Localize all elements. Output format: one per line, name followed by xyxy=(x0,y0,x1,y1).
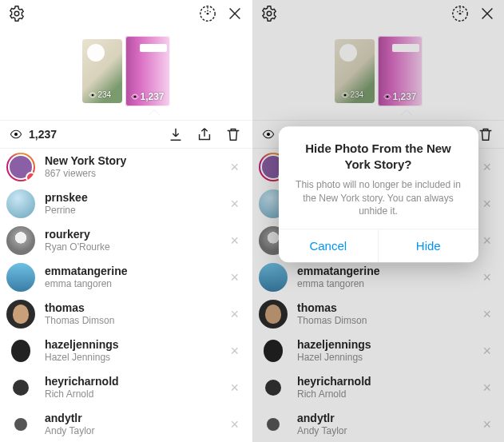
dialog-message: This photo will no longer be included in… xyxy=(292,179,466,218)
username: andytlr xyxy=(45,412,225,425)
avatar xyxy=(259,373,288,402)
share-icon[interactable] xyxy=(196,125,213,143)
avatar xyxy=(6,263,35,292)
remove-viewer-button[interactable]: × xyxy=(225,340,244,363)
avatar xyxy=(6,300,35,329)
svg-point-4 xyxy=(14,133,18,136)
hide-button[interactable]: Hide xyxy=(378,229,478,262)
svg-point-5 xyxy=(267,11,272,16)
list-item[interactable]: heyricharnoldRich Arnold × xyxy=(0,369,252,406)
remove-viewer-button[interactable]: × xyxy=(478,413,496,436)
view-count: 1,237 xyxy=(10,128,57,141)
list-item[interactable]: hazeljenningsHazel Jennings × xyxy=(252,332,504,369)
list-item[interactable]: emmatangerineemma tangoren × xyxy=(0,259,252,296)
remove-viewer-button[interactable]: × xyxy=(225,156,244,179)
subtitle: Thomas Dimson xyxy=(45,315,225,326)
settings-icon[interactable] xyxy=(260,5,278,22)
list-item[interactable]: heyricharnoldRich Arnold × xyxy=(252,369,504,406)
remove-viewer-button[interactable]: × xyxy=(225,266,244,289)
close-icon[interactable] xyxy=(478,5,496,22)
avatar xyxy=(259,410,288,439)
list-item-location[interactable]: New York Story867 viewers × xyxy=(0,149,252,185)
remove-viewer-button[interactable]: × xyxy=(225,303,244,326)
settings-icon[interactable] xyxy=(8,5,26,22)
subtitle: emma tangoren xyxy=(45,278,225,289)
username: hazeljennings xyxy=(297,338,478,352)
svg-point-9 xyxy=(267,133,270,136)
remove-viewer-button[interactable]: × xyxy=(225,413,244,436)
username: emmatangerine xyxy=(297,265,478,278)
remove-viewer-button[interactable]: × xyxy=(225,229,244,253)
download-icon[interactable] xyxy=(167,125,185,143)
hide-photo-dialog: Hide Photo From the New York Story? This… xyxy=(279,127,478,263)
thumbnail-view-count: 1,237 xyxy=(127,90,167,103)
avatar xyxy=(6,153,35,181)
username: rourkery xyxy=(45,228,225,241)
subtitle: 867 viewers xyxy=(45,168,225,179)
username: heyricharnold xyxy=(45,375,225,388)
list-item[interactable]: prnskeePerrine × xyxy=(0,185,252,222)
username: andytlr xyxy=(297,412,478,425)
story-thumbnails: 234 1,237 xyxy=(252,27,504,115)
subtitle: Rich Arnold xyxy=(297,388,478,400)
list-item[interactable]: emmatangerineemma tangoren × xyxy=(252,259,504,296)
remove-viewer-button[interactable]: × xyxy=(478,229,496,253)
top-bar xyxy=(0,0,252,27)
story-thumbnail-selected[interactable]: 1,237 xyxy=(378,36,423,106)
username: New York Story xyxy=(45,154,225,168)
list-item[interactable]: hazeljenningsHazel Jennings × xyxy=(0,332,252,369)
list-item[interactable]: andytlrAndy Taylor × xyxy=(252,406,504,442)
thumbnail-view-count: 1,237 xyxy=(379,90,419,103)
stats-bar: 1,237 xyxy=(0,120,252,149)
remove-viewer-button[interactable]: × xyxy=(478,266,496,289)
avatar xyxy=(259,336,288,365)
story-viewers-screen: 234 1,237 1,237 xyxy=(0,0,252,442)
trash-icon[interactable] xyxy=(224,125,242,143)
thumbnail-view-count: 234 xyxy=(338,90,367,100)
remove-viewer-button[interactable]: × xyxy=(225,193,244,216)
subtitle: Rich Arnold xyxy=(45,388,225,400)
subtitle: Andy Taylor xyxy=(297,425,478,436)
remove-viewer-button[interactable]: × xyxy=(478,303,496,326)
cancel-button[interactable]: Cancel xyxy=(279,229,379,262)
remove-viewer-button[interactable]: × xyxy=(478,193,496,216)
avatar xyxy=(6,189,35,218)
svg-point-2 xyxy=(91,94,93,96)
subtitle: emma tangoren xyxy=(297,278,478,289)
username: thomas xyxy=(297,301,478,315)
trash-icon[interactable] xyxy=(477,125,494,143)
thumbnail-view-count: 234 xyxy=(85,90,115,100)
avatar xyxy=(259,263,288,292)
story-thumbnail[interactable]: 234 xyxy=(335,39,375,103)
avatar xyxy=(6,410,35,439)
remove-viewer-button[interactable]: × xyxy=(478,340,496,363)
story-thumbnail[interactable]: 234 xyxy=(82,39,122,103)
avatar xyxy=(6,226,35,255)
svg-point-7 xyxy=(343,94,346,96)
remove-viewer-button[interactable]: × xyxy=(478,376,496,400)
username: emmatangerine xyxy=(45,265,225,278)
selected-caret xyxy=(149,110,160,116)
avatar xyxy=(6,373,35,402)
list-item[interactable]: rourkeryRyan O'Rourke × xyxy=(0,222,252,259)
story-viewers-screen-modal: 234 1,237 1,237 xyxy=(252,0,504,442)
remove-viewer-button[interactable]: × xyxy=(478,156,496,179)
list-item[interactable]: thomasThomas Dimson × xyxy=(252,296,504,332)
save-all-icon[interactable] xyxy=(199,5,216,22)
svg-point-3 xyxy=(133,96,136,98)
close-icon[interactable] xyxy=(226,5,244,22)
list-item[interactable]: andytlrAndy Taylor × xyxy=(0,406,252,442)
subtitle: Ryan O'Rourke xyxy=(45,241,225,253)
save-all-icon[interactable] xyxy=(451,5,469,22)
remove-viewer-button[interactable]: × xyxy=(225,376,244,400)
viewer-list: New York Story867 viewers × prnskeePerri… xyxy=(0,149,252,442)
avatar xyxy=(259,300,288,329)
story-thumbnails: 234 1,237 xyxy=(0,27,252,115)
list-item[interactable]: thomasThomas Dimson × xyxy=(0,296,252,332)
svg-point-8 xyxy=(386,96,388,98)
avatar xyxy=(6,336,35,365)
story-thumbnail-selected[interactable]: 1,237 xyxy=(125,36,170,106)
selected-caret xyxy=(401,110,412,116)
username: hazeljennings xyxy=(45,338,225,352)
svg-point-0 xyxy=(14,11,19,16)
